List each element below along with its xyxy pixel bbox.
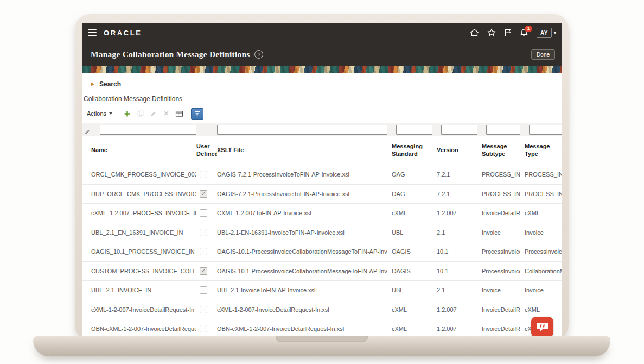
cell-xslt-file: CXML-1.2.007ToFIN-AP-Invoice.xsl <box>217 210 387 216</box>
user-menu[interactable]: AY ▾ <box>537 28 556 38</box>
notifications-bell-icon[interactable]: 1 <box>520 28 528 37</box>
table-row[interactable]: cXML-1-2-007-InvoiceDetailRequest-In cXM… <box>82 300 562 320</box>
cell-user-defined <box>196 248 217 255</box>
flag-icon[interactable] <box>504 28 512 37</box>
filter-message-type-input[interactable] <box>529 125 562 135</box>
laptop-base <box>33 336 610 356</box>
cell-message-type: cXML <box>520 210 562 216</box>
page-title: Manage Collaboration Message Definitions <box>91 49 250 59</box>
cell-messaging-standard: cXML <box>387 325 432 332</box>
cell-version: 1.2.007 <box>432 210 477 216</box>
cell-message-subtype: InvoiceDetailRe... <box>477 325 520 332</box>
cell-messaging-standard: UBL <box>387 287 432 293</box>
user-defined-checkbox[interactable] <box>200 267 207 275</box>
search-section-label: Search <box>99 80 121 88</box>
table-header: Name User Defined XSLT File Messaging St… <box>82 136 562 165</box>
column-header-messaging-standard[interactable]: Messaging Standard <box>387 143 432 158</box>
cell-version: 10.1 <box>432 268 477 274</box>
user-defined-checkbox[interactable] <box>200 248 207 255</box>
table-row[interactable]: cXML_1.2.007_PROCESS_INVOICE_IN CXML-1.2… <box>82 204 562 223</box>
cell-version: 1.2.007 <box>432 325 477 332</box>
cell-message-subtype: Invoice <box>477 229 520 236</box>
cell-message-type: cXML <box>520 306 562 313</box>
search-section-toggle[interactable]: Search <box>82 73 562 88</box>
cell-message-subtype: PROCESS_INV... <box>477 191 520 197</box>
table-row[interactable]: UBL_2.1_INVOICE_IN UBL-2.1-InvoiceToFIN-… <box>82 281 562 300</box>
user-defined-checkbox[interactable] <box>200 190 207 198</box>
table-row[interactable]: UBL_2.1_EN_16391_INVOICE_IN UBL-2.1-EN-1… <box>82 223 562 243</box>
speech-bubble-icon <box>536 321 549 333</box>
filter-name-input[interactable] <box>100 125 196 135</box>
user-defined-checkbox[interactable] <box>200 171 207 178</box>
table-row[interactable]: OAGIS_10.1_PROCESS_INVOICE_IN OAGIS-10.1… <box>82 242 562 262</box>
menu-icon[interactable] <box>88 29 97 36</box>
cell-messaging-standard: cXML <box>387 210 432 216</box>
column-header-user-defined[interactable]: User Defined <box>196 143 217 158</box>
cell-xslt-file: OAGIS-10.1-ProcessInvoiceCollaborationMe… <box>217 268 387 274</box>
cell-name: ORCL_CMK_PROCESS_INVOICE_002 <box>82 171 196 178</box>
cell-user-defined <box>196 306 217 313</box>
cell-messaging-standard: OAGIS <box>387 248 432 255</box>
cell-version: 7.2.1 <box>432 171 477 178</box>
laptop-screen: ORACLE 1 AY ▾ <box>82 23 562 338</box>
done-button[interactable]: Done <box>531 49 555 60</box>
help-icon[interactable]: ? <box>254 50 263 59</box>
table-row[interactable]: CUSTOM_PROCESS_INVOICE_COLLA... OAGIS-10… <box>82 262 562 281</box>
duplicate-icon[interactable] <box>136 110 144 117</box>
cell-xslt-file: UBL-2.1-EN-16391-InvoiceToFIN-AP-Invoice… <box>217 229 387 236</box>
home-icon[interactable] <box>470 28 479 37</box>
cell-name: OBN-cXML-1-2-007-InvoiceDetailReques... <box>82 325 196 332</box>
filter-version-input[interactable] <box>441 125 477 135</box>
cell-messaging-standard: UBL <box>387 229 432 236</box>
chevron-down-icon: ▾ <box>554 30 556 35</box>
cell-message-type: PROCESS_INV... <box>520 171 562 178</box>
column-header-message-subtype[interactable]: Message Subtype <box>477 143 520 158</box>
oracle-logo: ORACLE <box>104 29 142 37</box>
cell-xslt-file: cXML-1-2-007-InvoiceDetailRequest-In.xsl <box>217 306 387 313</box>
feedback-button[interactable] <box>531 317 553 337</box>
column-header-message-type[interactable]: Message Type <box>520 143 562 158</box>
user-defined-checkbox[interactable] <box>200 306 207 313</box>
notification-badge: 1 <box>525 26 532 32</box>
cell-message-type: Invoice <box>520 229 562 236</box>
filter-xslt-file-input[interactable] <box>217 125 387 135</box>
query-by-example-button[interactable] <box>191 108 203 120</box>
cell-message-subtype: Invoice <box>477 287 520 293</box>
cell-name: UBL_2.1_INVOICE_IN <box>82 287 196 293</box>
favorites-star-icon[interactable] <box>487 28 496 37</box>
user-defined-checkbox[interactable] <box>200 325 207 332</box>
qbe-pencil-icon <box>85 126 90 136</box>
cell-user-defined <box>196 209 217 217</box>
cell-user-defined <box>196 267 217 275</box>
cell-name: OAGIS_10.1_PROCESS_INVOICE_IN <box>82 248 196 255</box>
table-row[interactable]: DUP_ORCL_CMK_PROCESS_INVOICE... OAGIS-7.… <box>82 185 562 204</box>
edit-pencil-icon[interactable] <box>149 110 157 117</box>
cell-messaging-standard: OAGIS <box>387 268 432 274</box>
column-header-version[interactable]: Version <box>432 147 477 154</box>
global-actions: 1 AY ▾ <box>470 28 556 38</box>
cell-name: CUSTOM_PROCESS_INVOICE_COLLA... <box>82 268 196 274</box>
cell-message-type: CollaborationM... <box>520 268 562 274</box>
user-defined-checkbox[interactable] <box>200 286 207 294</box>
filter-message-subtype-input[interactable] <box>486 125 520 135</box>
cell-version: 2.1 <box>432 287 477 293</box>
cell-message-type: Invoice <box>520 287 562 293</box>
detach-icon[interactable] <box>175 110 183 117</box>
cell-xslt-file: OAGIS-7.2.1-ProcessInvoiceToFIN-AP-Invoi… <box>217 191 387 197</box>
delete-icon[interactable]: ✕ <box>162 110 170 117</box>
filter-messaging-standard-input[interactable] <box>396 125 432 135</box>
column-header-xslt-file[interactable]: XSLT File <box>217 147 387 154</box>
cell-version: 1.2.007 <box>432 306 477 313</box>
column-header-name[interactable]: Name <box>82 147 196 154</box>
user-defined-checkbox[interactable] <box>200 209 207 217</box>
user-defined-checkbox[interactable] <box>200 229 207 236</box>
table-row[interactable]: ORCL_CMK_PROCESS_INVOICE_002 OAGIS-7.2.1… <box>82 165 562 185</box>
cell-version: 10.1 <box>432 248 477 255</box>
cell-user-defined <box>196 325 217 332</box>
actions-menu-button[interactable]: Actions <box>87 110 112 117</box>
add-icon[interactable] <box>123 110 131 117</box>
table-row[interactable]: OBN-cXML-1-2-007-InvoiceDetailReques... … <box>82 319 562 338</box>
app-header: ORACLE 1 AY ▾ <box>82 23 562 42</box>
cell-xslt-file: UBL-2.1-InvoiceToFIN-AP-Invoice.xsl <box>217 287 387 293</box>
expand-arrow-icon <box>91 82 94 86</box>
